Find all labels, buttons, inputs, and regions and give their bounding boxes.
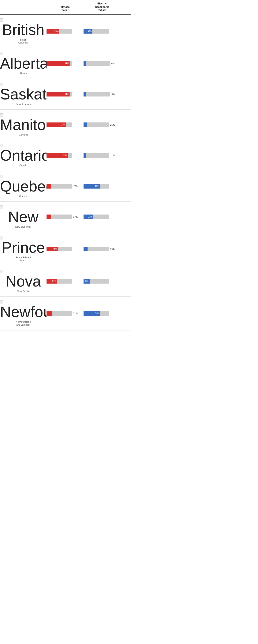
furnace-bar-red: 83% xyxy=(47,153,68,158)
data-cols: 40% 26% xyxy=(47,279,131,284)
province-image xyxy=(0,175,4,178)
table-row: Nova Nova Scotia 40% 26% xyxy=(0,266,131,297)
furnace-bar-red: 50% xyxy=(47,29,59,34)
province-name-label: BritishColumbia xyxy=(18,38,28,44)
electric-bar-wrapper xyxy=(83,246,109,251)
province-name-label: Quebec xyxy=(19,195,28,198)
data-cols: 91% 5% xyxy=(47,92,131,96)
electric-cell: 16% xyxy=(83,246,120,251)
header-province xyxy=(0,12,47,12)
electric-bar-blue xyxy=(83,246,88,251)
furnace-cell: 77% xyxy=(47,122,83,127)
electric-bar-blue xyxy=(83,92,86,96)
province-name-label: Nova Scotia xyxy=(17,290,29,293)
furnace-pct-label: 45% xyxy=(53,248,57,250)
table-row: Saskatchew Saskatchewan 91% xyxy=(0,79,131,110)
province-name-label: Newfoundlandand Labrador xyxy=(16,320,31,326)
province-label-col: Alberta Alberta xyxy=(0,52,47,75)
province-name-label: Prince EdwardIsland xyxy=(16,256,31,262)
furnace-bar-gray xyxy=(57,279,72,284)
furnace-pct-label: 50% xyxy=(54,30,59,32)
province-big-text: Quebec xyxy=(0,179,47,194)
electric-bar-blue xyxy=(83,61,86,66)
electric-bar-gray xyxy=(100,311,109,316)
electric-bar-wrapper: 26% xyxy=(83,279,109,284)
province-label-col: Manitoba Manitoba xyxy=(0,114,47,136)
data-cols: 45% 16% xyxy=(47,246,131,251)
electric-pct-label: 26% xyxy=(85,280,89,282)
furnace-bar-gray xyxy=(66,122,72,127)
furnace-pct-label: 17% xyxy=(73,216,78,218)
electric-pct-label: 64% xyxy=(95,312,99,314)
province-image xyxy=(0,144,4,148)
province-big-text: Alberta xyxy=(0,56,47,71)
furnace-pct-label: 40% xyxy=(52,280,56,282)
furnace-pct-label: 17% xyxy=(73,185,78,188)
data-cols: 91% 6% xyxy=(47,61,131,66)
furnace-bar-wrapper: 91% xyxy=(47,61,72,66)
electric-bar-blue: 64% xyxy=(83,311,100,316)
table-row: Prince Prince EdwardIsland 45% xyxy=(0,232,131,266)
electric-pct-label: 5% xyxy=(111,93,115,96)
table-row: Alberta Alberta 91% xyxy=(0,48,131,79)
furnace-cell: 50% xyxy=(47,29,83,34)
province-big-text: Prince xyxy=(2,240,45,255)
province-image xyxy=(0,236,4,240)
province-image xyxy=(0,114,4,117)
furnace-bar-red: 45% xyxy=(47,246,58,251)
electric-bar-gray xyxy=(88,246,109,251)
furnace-bar-wrapper: 83% xyxy=(47,153,72,158)
province-image xyxy=(0,270,4,273)
province-image xyxy=(0,83,4,86)
furnace-bar-gray xyxy=(70,61,72,66)
province-label-col: British BritishColumbia xyxy=(0,18,47,44)
electric-bar-wrapper: 65% xyxy=(83,184,109,188)
furnace-bar-wrapper: 45% xyxy=(47,246,72,251)
electric-pct-label: 6% xyxy=(111,62,115,65)
electric-bar-gray xyxy=(90,279,109,284)
electric-bar-wrapper xyxy=(83,92,110,96)
electric-bar-blue xyxy=(83,122,87,127)
province-label-col: New New Brunswick xyxy=(0,206,47,228)
data-cols: 17% 37% xyxy=(47,214,131,219)
province-name-label: Ontario xyxy=(20,164,27,167)
table-row: Manitoba Manitoba 77% xyxy=(0,110,131,140)
electric-cell: 37% xyxy=(83,214,120,219)
furnace-bar-red: 91% xyxy=(47,61,70,66)
province-list: British BritishColumbia 50% 35% xyxy=(0,14,131,330)
electric-bar-gray xyxy=(92,29,109,34)
province-label-col: Newfoundl Newfoundlandand Labrador xyxy=(0,300,47,326)
furnace-pct-label: 91% xyxy=(65,62,69,64)
furnace-bar-gray xyxy=(68,153,72,158)
furnace-bar-red: 91% xyxy=(47,92,70,96)
electric-bar-blue: 37% xyxy=(83,214,93,219)
province-name-label: New Brunswick xyxy=(15,225,31,228)
province-image xyxy=(0,52,4,55)
electric-bar-blue xyxy=(83,153,86,158)
table-row: New New Brunswick 17% 37% xyxy=(0,202,131,232)
table-row: Ontario Ontario 83% xyxy=(0,140,131,171)
province-image xyxy=(0,300,4,304)
province-label-col: Ontario Ontario xyxy=(0,144,47,167)
province-label-col: Saskatchew Saskatchewan xyxy=(0,83,47,106)
furnace-bar-wrapper xyxy=(47,311,72,316)
electric-bar-gray xyxy=(86,61,110,66)
furnace-pct-label: 83% xyxy=(63,154,67,157)
furnace-bar-gray xyxy=(51,184,72,188)
electric-bar-wrapper xyxy=(83,122,109,127)
furnace-bar-wrapper: 91% xyxy=(47,92,72,96)
data-cols: 17% 65% xyxy=(47,184,131,188)
electric-bar-gray xyxy=(86,92,110,96)
electric-cell: 15% xyxy=(83,122,120,127)
furnace-cell: 83% xyxy=(47,153,83,158)
electric-cell: 35% xyxy=(83,29,120,34)
province-big-text: New xyxy=(8,209,39,224)
province-name-label: Manitoba xyxy=(18,133,28,136)
electric-bar-wrapper: 35% xyxy=(83,29,109,34)
table-row: Quebec Quebec 17% 65% xyxy=(0,171,131,202)
electric-bar-blue: 26% xyxy=(83,279,90,284)
province-image xyxy=(0,18,4,22)
province-big-text: Nova xyxy=(6,274,41,289)
province-big-text: Newfoundl xyxy=(0,304,47,320)
furnace-bar-red xyxy=(47,184,51,188)
